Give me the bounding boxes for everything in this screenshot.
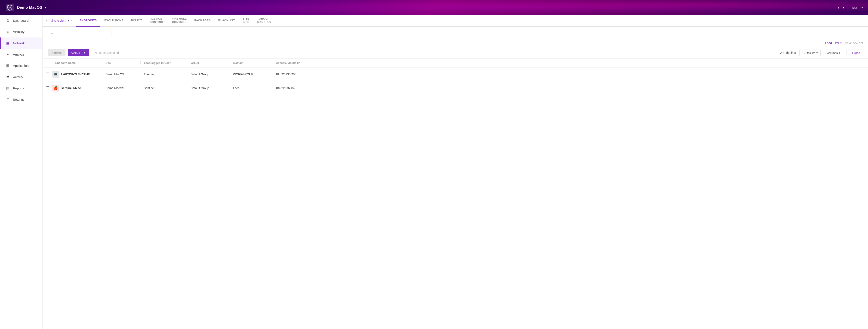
header-divider [847, 5, 848, 10]
endpoints-count: 2 Endpoints [780, 51, 796, 55]
breadcrumb: ‹ Full site vie... ▾ › [46, 19, 72, 23]
tab-group-ranking-label: GROUPRANKING [257, 17, 271, 24]
dashboard-icon: ⊙ [6, 18, 10, 23]
group-button-label: Group [71, 51, 81, 55]
activity-icon: ⇌ [6, 75, 10, 79]
row-2-checkbox[interactable] [46, 86, 49, 90]
td-user-2: Sentinel [141, 83, 187, 93]
td-domain-2: Local [230, 83, 272, 93]
td-endpoint-name-1: 💻 LAPTOP-7L8HCPHF [42, 67, 102, 81]
row-1-checkbox[interactable] [46, 72, 49, 76]
tab-exclusions[interactable]: EXCLUSIONS [101, 15, 127, 27]
th-console-visible-ip: Console Visible IP [272, 61, 868, 64]
top-header: Demo MacOS ▾ ? ▾ Test ▾ [0, 0, 868, 15]
logo[interactable] [5, 3, 14, 12]
th-endpoint-name: Endpoint Name [42, 61, 102, 64]
user-dropdown-arrow[interactable]: ▾ [861, 6, 863, 9]
sidebar-item-network[interactable]: ▣ Network [0, 37, 42, 49]
tab-packages-label: PACKAGES [194, 19, 211, 22]
breadcrumb-dropdown-arrow[interactable]: ▾ [68, 19, 69, 22]
endpoint-name-1: LAPTOP-7L8HCPHF [61, 72, 90, 76]
actions-left: Actions Group ▾ No Items Selected [48, 49, 119, 56]
endpoints-table: Endpoint Name Site Last Logged In User G… [42, 59, 868, 329]
columns-button[interactable]: Columns ▾ [824, 50, 843, 56]
tab-site-info-label: SITEINFO [243, 17, 250, 24]
sidebar-label-applications: Applications [13, 64, 30, 67]
td-user-1: Thomas [141, 69, 187, 79]
tab-nav: ‹ Full site vie... ▾ › ENDPOINTS EXCLUSI… [42, 15, 868, 27]
sidebar-item-settings[interactable]: ≡ Settings [0, 94, 42, 105]
sidebar-item-reports[interactable]: ▤ Reports [0, 83, 42, 94]
analyze-icon: ✦ [6, 52, 10, 57]
tab-policy[interactable]: POLICY [128, 15, 145, 27]
export-button[interactable]: ⤴ Export [846, 50, 863, 56]
td-site-1: Demo MacOS [102, 69, 141, 79]
sidebar-label-reports: Reports [13, 86, 24, 90]
filter-save-bar: Load Filter ▾ Save new set [42, 39, 868, 47]
results-arrow: ▾ [816, 51, 818, 55]
tab-device-control[interactable]: DEVICECONTROL [146, 15, 167, 27]
results-label: 10 Results [802, 51, 815, 55]
group-button-arrow: ▾ [82, 52, 85, 54]
table-row[interactable]: 💻 LAPTOP-7L8HCPHF Demo MacOS Thomas Defa… [42, 67, 868, 81]
site-dropdown-arrow[interactable]: ▾ [45, 6, 46, 9]
sidebar-label-network: Network [13, 41, 25, 45]
sidebar-label-dashboard: Dashboard [13, 19, 29, 22]
no-items-selected: No Items Selected [95, 51, 119, 55]
save-new-set-button[interactable]: Save new set [845, 41, 863, 45]
content-area: ‹ Full site vie... ▾ › ENDPOINTS EXCLUSI… [42, 15, 868, 329]
load-filter-arrow: ▾ [840, 41, 842, 45]
filter-input[interactable] [48, 29, 112, 36]
sidebar-item-activity[interactable]: ⇌ Activity [0, 71, 42, 83]
tab-policy-label: POLICY [131, 19, 142, 22]
tab-device-control-label: DEVICECONTROL [150, 17, 164, 24]
tab-endpoints[interactable]: ENDPOINTS [76, 15, 100, 27]
main-layout: ⊙ Dashboard ◎ Visibility ▣ Network ✦ Ana… [0, 15, 868, 329]
actions-right: 2 Endpoints 10 Results ▾ Columns ▾ ⤴ Exp… [780, 50, 863, 56]
columns-arrow: ▾ [839, 51, 840, 55]
table-header: Endpoint Name Site Last Logged In User G… [42, 59, 868, 67]
tab-blacklist-label: BLACKLIST [218, 19, 235, 22]
sidebar-item-analyze[interactable]: ✦ Analyze [0, 49, 42, 60]
tab-firewall-control-label: FIREWALLCONTROL [172, 17, 186, 24]
reports-icon: ▤ [6, 86, 10, 90]
actions-button[interactable]: Actions [48, 49, 65, 56]
td-ip-1: 184.22.230.208 [272, 69, 868, 79]
tab-exclusions-label: EXCLUSIONS [104, 19, 124, 22]
help-icon[interactable]: ? [838, 5, 839, 9]
sidebar-item-dashboard[interactable]: ⊙ Dashboard [0, 15, 42, 26]
group-button[interactable]: Group ▾ [68, 49, 89, 56]
user-menu[interactable]: Test [851, 6, 857, 9]
td-group-2: Default Group [187, 83, 230, 93]
sidebar-label-activity: Activity [13, 75, 23, 79]
endpoint-name-2: sentinels-Mac [61, 86, 81, 90]
breadcrumb-left-arrow[interactable]: ‹ [46, 19, 47, 23]
tab-endpoints-label: ENDPOINTS [80, 19, 97, 22]
breadcrumb-text[interactable]: Full site vie... [49, 19, 66, 22]
sidebar-item-applications[interactable]: ▦ Applications [0, 60, 42, 71]
table-row[interactable]: 🍎 sentinels-Mac Demo MacOS Sentinel Defa… [42, 81, 868, 95]
site-name: Demo MacOS [17, 5, 42, 10]
filter-bar [42, 27, 868, 39]
td-group-1: Default Group [187, 69, 230, 79]
results-button[interactable]: 10 Results ▾ [799, 50, 820, 56]
columns-label: Columns [827, 51, 838, 55]
sidebar-label-settings: Settings [13, 98, 25, 101]
sidebar-item-visibility[interactable]: ◎ Visibility [0, 26, 42, 37]
breadcrumb-right-arrow[interactable]: › [71, 19, 72, 23]
header-left: Demo MacOS ▾ [5, 3, 46, 12]
sidebar-label-visibility: Visibility [13, 30, 25, 34]
export-label: Export [852, 51, 860, 55]
tab-packages[interactable]: PACKAGES [191, 15, 214, 27]
tab-group-ranking[interactable]: GROUPRANKING [254, 15, 274, 27]
td-endpoint-name-2: 🍎 sentinels-Mac [42, 81, 102, 95]
actions-bar: Actions Group ▾ No Items Selected 2 Endp… [42, 47, 868, 59]
tab-site-info[interactable]: SITEINFO [239, 15, 253, 27]
endpoint-icon-1: 💻 [52, 71, 59, 78]
th-last-logged-in-user: Last Logged In User [141, 61, 187, 64]
tab-firewall-control[interactable]: FIREWALLCONTROL [168, 15, 190, 27]
tab-blacklist[interactable]: BLACKLIST [215, 15, 238, 27]
header-chevron-icon[interactable]: ▾ [843, 6, 844, 9]
applications-icon: ▦ [6, 63, 10, 68]
load-filter-button[interactable]: Load Filter ▾ [825, 41, 842, 45]
